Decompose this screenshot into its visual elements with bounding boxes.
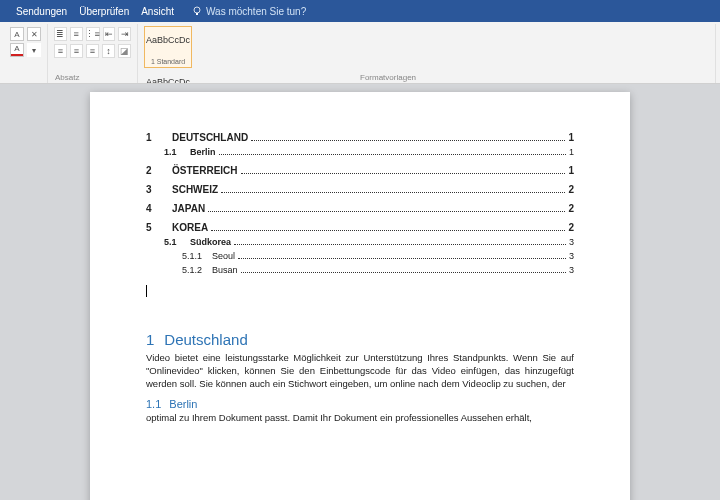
menu-tab-ueberpruefen[interactable]: Überprüfen [79,6,129,17]
toc-entry[interactable]: 3SCHWEIZ2 [146,184,574,195]
toc-leader [219,154,566,155]
heading-number: 1.1 [146,398,161,410]
styles-caption: Formatvorlagen [360,73,416,82]
font-group: A ✕ A ▾ [4,24,48,83]
menu-tab-ansicht[interactable]: Ansicht [141,6,174,17]
toc-leader [221,192,565,193]
toc-entry[interactable]: 1.1Berlin1 [146,147,574,157]
toc-leader [234,244,566,245]
paragraph-caption: Absatz [55,73,79,82]
toc-entry[interactable]: 5.1.2Busan3 [146,265,574,275]
title-bar: Sendungen Überprüfen Ansicht Was möchten… [0,0,720,22]
tell-me-label: Was möchten Sie tun? [206,6,306,17]
text-cursor [146,285,147,297]
styles-gallery[interactable]: AaBbCcDc1 StandardAaBbCcDc1 Kein Lee...1… [138,24,716,83]
heading-text: Deutschland [164,331,247,348]
toc-title: Berlin [190,147,216,157]
font-color-button[interactable]: A [10,43,24,57]
lightbulb-icon [192,6,202,16]
toc-leader [238,258,566,259]
toc-page: 2 [568,203,574,214]
bullet-list-button[interactable]: ≣ [54,27,67,41]
style-sample: AaBbCcDc [146,71,190,83]
numbered-list-button[interactable]: ≡ [70,27,83,41]
menu-tab-sendungen[interactable]: Sendungen [16,6,67,17]
toc-number: 5.1.2 [182,265,212,275]
toc-number: 2 [146,165,172,176]
style-sample: AaBbCcDc [146,29,190,51]
ribbon: A ✕ A ▾ ≣ ≡ ⋮≡ ⇤ ⇥ ≡ ≡ ≡ ↕ ◪ [0,22,720,84]
align-right-button[interactable]: ≡ [86,44,99,58]
toc-title: KOREA [172,222,208,233]
document-area[interactable]: 1DEUTSCHLAND11.1Berlin12ÖSTERREICH13SCHW… [0,84,720,500]
toc-page: 1 [568,132,574,143]
align-left-button[interactable]: ≡ [54,44,67,58]
toc-page: 1 [568,165,574,176]
toc-page: 3 [569,251,574,261]
toc-number: 1 [146,132,172,143]
toc-title: Busan [212,265,238,275]
toc-leader [251,140,565,141]
svg-rect-1 [196,13,198,15]
heading-text: Berlin [169,398,197,410]
toc-entry[interactable]: 4JAPAN2 [146,203,574,214]
style-chip[interactable]: AaBbCcDc1 Standard [144,26,192,68]
toc-leader [241,272,566,273]
toc-number: 5 [146,222,172,233]
table-of-contents: 1DEUTSCHLAND11.1Berlin12ÖSTERREICH13SCHW… [146,132,574,275]
toc-number: 3 [146,184,172,195]
toc-title: SCHWEIZ [172,184,218,195]
toc-number: 4 [146,203,172,214]
decrease-font-button[interactable]: A [10,27,24,41]
toc-page: 2 [568,222,574,233]
toc-page: 2 [568,184,574,195]
tell-me-search[interactable]: Was möchten Sie tun? [192,6,306,17]
toc-entry[interactable]: 1DEUTSCHLAND1 [146,132,574,143]
toc-title: ÖSTERREICH [172,165,238,176]
menu-tabs: Sendungen Überprüfen Ansicht [4,6,174,17]
toc-leader [241,173,566,174]
toc-number: 5.1 [164,237,190,247]
toc-page: 3 [569,237,574,247]
toc-leader [208,211,565,212]
align-center-button[interactable]: ≡ [70,44,83,58]
body-paragraph[interactable]: optimal zu Ihrem Dokument passt. Damit I… [146,412,574,425]
toc-page: 3 [569,265,574,275]
heading-number: 1 [146,331,154,348]
toc-number: 5.1.1 [182,251,212,261]
page[interactable]: 1DEUTSCHLAND11.1Berlin12ÖSTERREICH13SCHW… [90,92,630,500]
line-spacing-button[interactable]: ↕ [102,44,115,58]
toc-title: JAPAN [172,203,205,214]
heading-2[interactable]: 1.1Berlin [146,398,574,410]
multilevel-list-button[interactable]: ⋮≡ [86,27,100,41]
highlight-button[interactable]: ▾ [27,43,41,57]
toc-title: Südkorea [190,237,231,247]
toc-title: Seoul [212,251,235,261]
heading-1[interactable]: 1Deutschland [146,331,574,348]
style-label: 1 Standard [146,58,190,65]
svg-point-0 [194,7,200,13]
toc-title: DEUTSCHLAND [172,132,248,143]
toc-page: 1 [569,147,574,157]
decrease-indent-button[interactable]: ⇤ [103,27,116,41]
increase-indent-button[interactable]: ⇥ [118,27,131,41]
toc-entry[interactable]: 5KOREA2 [146,222,574,233]
body-paragraph[interactable]: Video bietet eine leistungsstarke Möglic… [146,352,574,390]
style-chip[interactable]: AaBbCcDc1 Kein Lee... [144,68,192,83]
toc-leader [211,230,565,231]
toc-number: 1.1 [164,147,190,157]
shading-button[interactable]: ◪ [118,44,131,58]
toc-entry[interactable]: 2ÖSTERREICH1 [146,165,574,176]
toc-entry[interactable]: 5.1Südkorea3 [146,237,574,247]
toc-entry[interactable]: 5.1.1Seoul3 [146,251,574,261]
clear-formatting-button[interactable]: ✕ [27,27,41,41]
